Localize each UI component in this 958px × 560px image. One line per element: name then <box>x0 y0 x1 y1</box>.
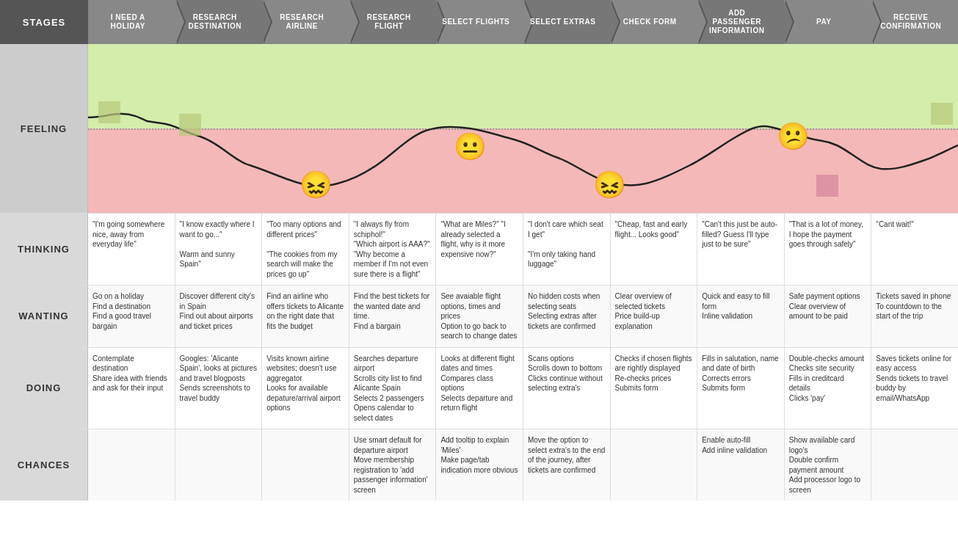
indicator-sq-last <box>931 103 953 125</box>
thinking-cell-6: "Cheap, fast and early flight... Looks g… <box>610 214 697 285</box>
thinking-cell-4: "What are Miles?" "I already selected a … <box>435 214 523 285</box>
doing-cell-0: Contemplate destination Share idea with … <box>88 348 175 429</box>
chances-row: CHANCES Use smart default for departure … <box>0 429 958 501</box>
wanting-cell-5: No hidden costs when selecting seats Sel… <box>523 286 610 347</box>
doing-cell-7: Fills in salutation, name and date of bi… <box>697 348 784 429</box>
doing-cell-9: Saves tickets online for easy access Sen… <box>871 348 958 429</box>
emoji-neutral: 😐 <box>454 131 487 162</box>
doing-cell-1: Googles: 'Alicante Spain', looks at pict… <box>175 348 262 429</box>
thinking-cell-3: "I always fly from schiphol!" "Which air… <box>349 214 436 285</box>
feeling-row: FEELING 😖 😐 😖 😕 <box>0 44 958 213</box>
thinking-cell-0: "I'm going somewhere nice, away from eve… <box>88 214 175 285</box>
doing-label: DOING <box>0 348 88 429</box>
wanting-cell-7: Quick and easy to fill form Inline valid… <box>697 286 784 347</box>
thinking-cells: "I'm going somewhere nice, away from eve… <box>88 214 958 285</box>
doing-cell-8: Double-checks amount Checks site securit… <box>784 348 871 429</box>
wanting-row: WANTING Go on a holiday Find a destinati… <box>0 285 958 347</box>
stage-5: SELECT FLIGHTS <box>436 0 523 44</box>
chances-cell-6 <box>610 429 697 501</box>
thinking-cell-1: "I know exactly where I want to go..." W… <box>175 214 262 285</box>
wanting-cell-0: Go on a holiday Find a destination Find … <box>88 286 175 347</box>
thinking-cell-5: "I don't care which seat I get" "I'm onl… <box>523 214 610 285</box>
wanting-label: WANTING <box>0 286 88 347</box>
stage-9: PAY <box>784 0 871 44</box>
doing-cell-3: Searches departure airport Scrolls city … <box>349 348 436 429</box>
thinking-cell-7: "Can't this just be auto-filled? Guess I… <box>697 214 784 285</box>
chances-cell-0 <box>88 429 175 501</box>
stages-arrows: I NEED A HOLIDAY RESEARCH DESTINATION RE… <box>88 0 958 44</box>
wanting-cell-3: Find the best tickets for the wanted dat… <box>349 286 436 347</box>
doing-cell-4: Looks at different flight dates and time… <box>435 348 523 429</box>
thinking-cell-2: "Too many options and different prices" … <box>261 214 349 285</box>
thinking-label: THINKING <box>0 214 88 285</box>
thinking-cell-8: "That is a lot of money, I hope the paym… <box>784 214 871 285</box>
stage-10: RECEIVE CONFIRMATION <box>871 0 959 44</box>
stage-8: ADD PASSENGER INFORMATION <box>697 0 785 44</box>
chances-cell-8: Show available card logo's Double confir… <box>784 429 871 501</box>
stage-7: CHECK FORM <box>610 0 697 44</box>
chances-cells: Use smart default for departure airport … <box>88 429 958 501</box>
doing-row: DOING Contemplate destination Share idea… <box>0 347 958 429</box>
feeling-label: FEELING <box>0 44 88 213</box>
thinking-cell-9: "Cant wait!" <box>871 214 958 285</box>
emoji-frustrated-2: 😖 <box>593 170 626 200</box>
chances-cell-4: Add tooltip to explain 'Miles' Make page… <box>435 429 523 501</box>
emoji-worried: 😕 <box>777 121 810 152</box>
feeling-content: 😖 😐 😖 😕 <box>88 44 958 213</box>
chances-label: CHANCES <box>0 429 88 501</box>
stages-label: STAGES <box>0 0 88 44</box>
wanting-cells: Go on a holiday Find a destination Find … <box>88 286 958 347</box>
stage-6: SELECT EXTRAS <box>523 0 611 44</box>
wanting-cell-8: Safe payment options Clear overview of a… <box>784 286 871 347</box>
emoji-frustrated-1: 😖 <box>300 170 333 200</box>
wanting-cell-2: Find an airline who offers tickets to Al… <box>261 286 349 347</box>
chances-cell-1 <box>175 429 262 501</box>
doing-cell-6: Checks if chosen flights are rightly dis… <box>610 348 697 429</box>
chances-cell-7: Enable auto-fill Add inline validation <box>697 429 784 501</box>
thinking-row: THINKING "I'm going somewhere nice, away… <box>0 213 958 285</box>
chances-cell-3: Use smart default for departure airport … <box>349 429 436 501</box>
doing-cell-2: Visits known airline websites; doesn't u… <box>261 348 349 429</box>
wanting-cell-9: Tickets saved in phone To countdown to t… <box>871 286 958 347</box>
doing-cells: Contemplate destination Share idea with … <box>88 348 958 429</box>
doing-cell-5: Scans options Scrolls down to bottom Cli… <box>523 348 610 429</box>
journey-map: STAGES I NEED A HOLIDAY RESEARCH DESTINA… <box>0 0 958 560</box>
indicator-sq-pay <box>816 175 838 197</box>
wanting-cell-4: See avaiable flight options, times and p… <box>435 286 523 347</box>
indicator-sq-1 <box>98 101 120 123</box>
wanting-cell-6: Clear overview of selected tickets Price… <box>610 286 697 347</box>
stages-row: STAGES I NEED A HOLIDAY RESEARCH DESTINA… <box>0 0 958 44</box>
indicator-sq-2 <box>179 114 201 136</box>
stage-4: RESEARCH FLIGHT <box>349 0 437 44</box>
wanting-cell-1: Discover different city's in Spain Find … <box>175 286 262 347</box>
stage-1: I NEED A HOLIDAY <box>88 0 175 44</box>
stage-2: RESEARCH DESTINATION <box>175 0 263 44</box>
chances-cell-5: Move the option to select extra's to the… <box>523 429 610 501</box>
stage-3: RESEARCH AIRLINE <box>262 0 349 44</box>
chances-cell-9 <box>871 429 958 501</box>
chances-cell-2 <box>261 429 349 501</box>
